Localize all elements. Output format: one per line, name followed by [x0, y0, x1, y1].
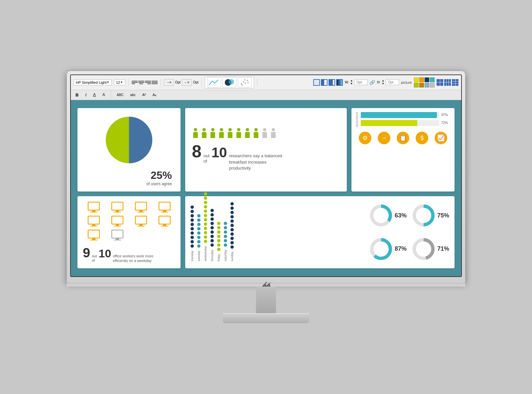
monitor-bottom-bar: 𝒽𝓅	[66, 283, 466, 287]
scatter-chart-icon[interactable]	[238, 77, 252, 87]
abc-button[interactable]: ABC	[115, 92, 126, 98]
w-spinner[interactable]: ▲ ▼	[350, 79, 353, 85]
swatch-blue[interactable]	[425, 83, 429, 87]
productivity-label: productivity	[355, 112, 359, 127]
swatch-yellow[interactable]	[414, 77, 419, 82]
monitor-icon-4	[154, 201, 175, 213]
svg-rect-28	[135, 216, 147, 224]
opt-label1: Opt	[175, 80, 181, 84]
dot	[230, 237, 234, 240]
svg-point-2	[241, 83, 242, 84]
bar-fill-2	[361, 120, 417, 126]
indent-decrease-icon[interactable]: ←≡	[182, 79, 192, 86]
dot	[230, 245, 234, 249]
layout-icon2[interactable]	[321, 79, 328, 86]
clipboard-circle-icon[interactable]: 📋	[397, 132, 409, 144]
h-input[interactable]	[386, 79, 399, 85]
toolbar-row2: B I A A ABC abc A² A₂	[71, 90, 461, 100]
monitors-of-label: of	[92, 258, 97, 263]
stand-assembly	[223, 287, 309, 323]
layout-icon3[interactable]	[329, 79, 335, 86]
monitor-icon-2	[106, 201, 128, 213]
picture-label[interactable]: picture	[401, 80, 412, 84]
dot	[210, 222, 214, 225]
line-chart-icon[interactable]	[207, 77, 221, 87]
grid-2x3-icon[interactable]	[452, 79, 459, 86]
svg-rect-39	[114, 240, 121, 240]
dot	[210, 213, 214, 216]
swatch-brown[interactable]	[419, 83, 424, 87]
dot	[197, 223, 200, 226]
shadow-button[interactable]: A	[100, 91, 107, 98]
dot	[197, 227, 200, 230]
font-dropdown-icon[interactable]: ▼	[107, 81, 109, 84]
bottom-mid-card: monday	[185, 196, 455, 269]
indent-increase-icon[interactable]: →≡	[164, 79, 174, 86]
chart-circle-icon[interactable]: 📈	[435, 132, 447, 144]
person-5	[226, 128, 234, 139]
col-tuesday: tuesday	[197, 214, 200, 261]
swatch-teal[interactable]	[430, 77, 435, 82]
dollar-circle-icon[interactable]: $	[416, 132, 428, 144]
svg-rect-32	[163, 224, 166, 226]
svg-rect-33	[161, 226, 168, 226]
dot	[217, 243, 220, 247]
swatch-gray[interactable]	[430, 83, 435, 87]
dot	[210, 235, 214, 238]
monitor-icons-grid	[83, 201, 175, 241]
bubble-chart-icon[interactable]	[222, 77, 236, 87]
gear-circle-icon[interactable]: ⚙	[359, 132, 371, 144]
superscript-button[interactable]: A²	[140, 91, 148, 98]
font-size-dropdown-icon[interactable]: ▼	[120, 81, 123, 84]
dot	[230, 202, 234, 205]
align-right-icon[interactable]	[145, 80, 151, 85]
swatch-lime[interactable]	[414, 83, 419, 87]
bold-button[interactable]: B	[73, 91, 80, 99]
person-3	[209, 128, 216, 139]
donut-75-label: 75%	[437, 212, 449, 219]
svg-rect-27	[114, 226, 121, 226]
svg-point-7	[247, 82, 249, 83]
dot	[204, 235, 207, 239]
layout-icon4[interactable]	[336, 79, 343, 86]
w-input[interactable]	[354, 79, 367, 85]
font-size-selector[interactable]: 12 ▼	[114, 79, 125, 85]
subscript-button[interactable]: A₂	[151, 91, 158, 98]
monitor-icon-10-inactive	[106, 229, 128, 241]
layout-icons-group	[313, 79, 343, 86]
day-label-thursday: thursday	[210, 250, 214, 261]
dot	[224, 235, 227, 238]
arrow-circle-icon[interactable]: →	[378, 132, 390, 144]
bar-pct-2: 72%	[441, 121, 451, 125]
align-left-icon[interactable]	[132, 80, 138, 85]
monitor-outer: HP Simplified Light ▼ 12 ▼	[66, 71, 466, 324]
align-justify-icon[interactable]	[152, 80, 158, 85]
bar-row-1: 97%	[361, 112, 451, 118]
dot-chart: monday	[191, 201, 369, 263]
font-selector[interactable]: HP Simplified Light ▼	[73, 79, 112, 85]
pie-percentage: 25%	[151, 169, 175, 182]
swatch-navy[interactable]	[425, 77, 429, 82]
monitor-icon-3	[130, 201, 152, 213]
italic-button[interactable]: I	[83, 91, 88, 99]
svg-rect-31	[159, 216, 170, 224]
align-center-icon[interactable]	[138, 80, 144, 85]
abc2-button[interactable]: abc	[128, 92, 138, 98]
person-8	[252, 128, 260, 139]
grid-2x2-icon[interactable]	[437, 79, 443, 86]
width-control: W: ▲ ▼	[345, 79, 367, 85]
dot	[210, 239, 214, 242]
toolbar-divider1	[128, 79, 129, 86]
swatch-orange[interactable]	[419, 77, 424, 82]
svg-rect-30	[137, 226, 145, 226]
dot	[197, 218, 200, 222]
svg-rect-12	[90, 212, 97, 212]
svg-rect-26	[116, 224, 119, 226]
underline-button[interactable]: A	[91, 91, 98, 98]
dot	[204, 222, 207, 226]
toolbar-divider3	[201, 79, 202, 86]
grid-3x2-icon[interactable]	[444, 79, 451, 86]
layout-icon1[interactable]	[313, 79, 320, 86]
h-spinner[interactable]: ▲ ▼	[382, 79, 384, 85]
svg-rect-35	[92, 238, 95, 240]
